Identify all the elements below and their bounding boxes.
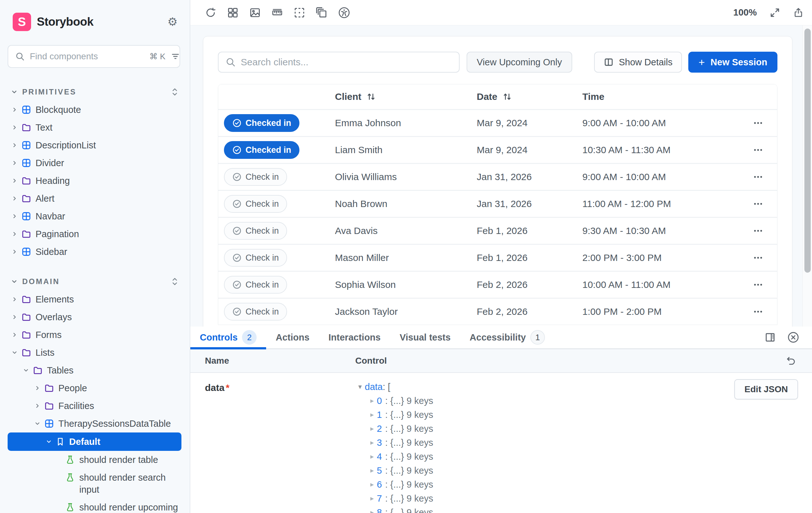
tab-interactions[interactable]: Interactions — [319, 327, 390, 348]
json-item[interactable]: ▸ 1 : {...} 9 keys — [367, 408, 812, 422]
share-icon[interactable] — [793, 7, 804, 18]
sidebar-item-forms[interactable]: Forms — [0, 326, 190, 344]
sidebar-item-blockquote[interactable]: Blockquote — [0, 101, 190, 119]
json-item[interactable]: ▸ 2 : {...} 9 keys — [367, 422, 812, 435]
scrollbar-thumb[interactable] — [804, 29, 811, 273]
filter-icon[interactable] — [171, 52, 180, 61]
show-details-button[interactable]: Show Details — [594, 52, 682, 72]
close-panel-icon[interactable] — [787, 331, 799, 343]
json-item[interactable]: ▸ 3 : {...} 9 keys — [367, 435, 812, 450]
find-components-search[interactable]: ⌘ K — [8, 45, 180, 68]
caret-right-icon[interactable]: ▸ — [367, 439, 377, 447]
column-control: Control — [355, 356, 785, 366]
sidebar-item-heading[interactable]: Heading — [0, 172, 190, 190]
json-item[interactable]: ▸ 4 : {...} 9 keys — [367, 450, 812, 463]
fullscreen-icon[interactable] — [770, 7, 780, 18]
collapse-expand-icon[interactable] — [171, 87, 179, 97]
ruler-icon[interactable] — [271, 7, 283, 19]
column-client[interactable]: Client — [335, 91, 477, 102]
settings-gear-icon[interactable]: ⚙ — [168, 16, 178, 28]
tab-controls[interactable]: Controls 2 — [190, 327, 266, 348]
remount-icon[interactable] — [205, 7, 216, 19]
row-menu-icon[interactable] — [753, 252, 763, 263]
check-circle-icon — [232, 145, 242, 155]
section-primitives[interactable]: PRIMITIVES — [0, 83, 190, 101]
row-menu-icon[interactable] — [753, 279, 763, 290]
row-menu-icon[interactable] — [753, 306, 763, 317]
tab-accessibility[interactable]: Accessibility 1 — [460, 327, 554, 348]
view-upcoming-button[interactable]: View Upcoming Only — [467, 52, 572, 72]
main-area: 100% View Upcoming Only — [190, 0, 812, 513]
sidebar-item-lists[interactable]: Lists — [0, 344, 190, 361]
row-menu-icon[interactable] — [753, 145, 763, 155]
accessibility-icon[interactable] — [338, 7, 350, 19]
json-item[interactable]: ▸ 7 : {...} 9 keys — [367, 491, 812, 505]
new-session-button[interactable]: + New Session — [688, 52, 777, 72]
caret-right-icon[interactable]: ▸ — [367, 425, 377, 433]
background-image-icon[interactable] — [249, 7, 261, 19]
panel-position-icon[interactable] — [764, 332, 776, 343]
storybook-logo[interactable]: S Storybook — [13, 13, 93, 31]
row-menu-icon[interactable] — [753, 225, 763, 236]
component-icon — [22, 105, 31, 115]
sidebar-story-default[interactable]: Default — [8, 432, 181, 451]
row-menu-icon[interactable] — [753, 118, 763, 128]
caret-right-icon[interactable]: ▸ — [367, 508, 377, 513]
sidebar-item-alert[interactable]: Alert — [0, 190, 190, 207]
sidebar-item-facilities[interactable]: Facilities — [0, 397, 190, 415]
chevron-right-icon — [11, 213, 19, 219]
folder-icon — [45, 401, 54, 411]
json-item[interactable]: ▸ 8 : {...} 9 keys — [367, 505, 812, 513]
collapse-expand-icon[interactable] — [171, 276, 179, 287]
search-input[interactable] — [30, 51, 144, 61]
test-should-render-table[interactable]: should render table — [0, 451, 190, 469]
sidebar-item-elements[interactable]: Elements — [0, 291, 190, 308]
check-in-button[interactable]: Check in — [224, 222, 287, 240]
caret-right-icon[interactable]: ▸ — [367, 411, 377, 419]
sidebar-item-pagination[interactable]: Pagination — [0, 225, 190, 243]
check-in-button[interactable]: Check in — [224, 276, 287, 294]
row-menu-icon[interactable] — [753, 199, 763, 209]
tab-actions[interactable]: Actions — [266, 327, 319, 348]
sidebar-item-divider[interactable]: Divider — [0, 154, 190, 172]
canvas-scrollbar[interactable] — [803, 25, 812, 327]
caret-right-icon[interactable]: ▸ — [367, 480, 377, 489]
caret-down-icon[interactable]: ▾ — [355, 383, 365, 391]
caret-right-icon[interactable]: ▸ — [367, 494, 377, 503]
grid-icon[interactable] — [227, 7, 238, 19]
sidebar-item-therapysessionsdatatable[interactable]: TherapySessionsDataTable — [0, 415, 190, 432]
checked-in-badge[interactable]: Checked in — [224, 141, 299, 159]
test-should-render-search-input[interactable]: should render search input — [0, 469, 190, 499]
layers-outline-icon[interactable] — [316, 7, 327, 19]
tab-visual-tests[interactable]: Visual tests — [390, 327, 460, 348]
sidebar-item-descriptionlist[interactable]: DescriptionList — [0, 136, 190, 154]
check-in-button[interactable]: Check in — [224, 168, 287, 186]
session-date: Feb 1, 2026 — [477, 225, 582, 236]
caret-right-icon[interactable]: ▸ — [367, 452, 377, 461]
client-search-input[interactable] — [241, 57, 452, 67]
sidebar-item-tables[interactable]: Tables — [0, 361, 190, 379]
caret-right-icon[interactable]: ▸ — [367, 397, 377, 405]
sidebar-item-people[interactable]: People — [0, 379, 190, 397]
sidebar-item-text[interactable]: Text — [0, 119, 190, 136]
json-item[interactable]: ▸ 5 : {...} 9 keys — [367, 463, 812, 478]
checked-in-badge[interactable]: Checked in — [224, 114, 299, 132]
panel-tabs: Controls 2 Actions Interactions Visual t… — [190, 327, 812, 350]
row-menu-icon[interactable] — [753, 172, 763, 182]
zoom-level[interactable]: 100% — [733, 7, 757, 18]
client-search[interactable] — [218, 52, 460, 72]
check-in-button[interactable]: Check in — [224, 195, 287, 213]
test-should-render-upcoming[interactable]: should render upcoming — [0, 499, 190, 513]
caret-right-icon[interactable]: ▸ — [367, 466, 377, 475]
json-item[interactable]: ▸ 6 : {...} 9 keys — [367, 478, 812, 491]
sidebar-item-sidebar[interactable]: Sidebar — [0, 243, 190, 261]
check-in-button[interactable]: Check in — [224, 249, 287, 267]
edit-json-button[interactable]: Edit JSON — [734, 379, 798, 399]
sidebar-item-navbar[interactable]: Navbar — [0, 207, 190, 225]
check-in-button[interactable]: Check in — [224, 303, 287, 321]
section-domain[interactable]: DOMAIN — [0, 273, 190, 291]
reset-controls-icon[interactable] — [785, 355, 812, 366]
sidebar-item-overlays[interactable]: Overlays — [0, 308, 190, 326]
measure-outline-icon[interactable] — [294, 7, 305, 19]
column-date[interactable]: Date — [477, 91, 582, 102]
